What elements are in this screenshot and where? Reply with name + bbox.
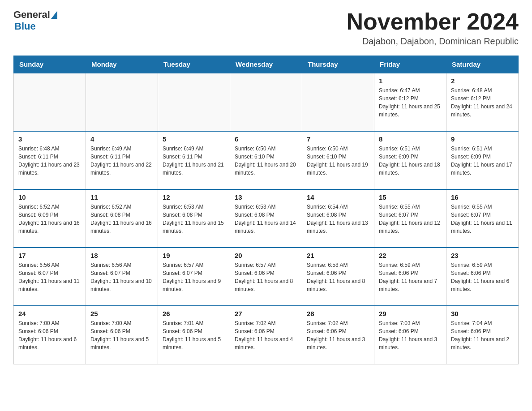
day-info: Sunrise: 6:57 AMSunset: 6:07 PMDaylight:… bbox=[163, 261, 225, 293]
col-header-saturday: Saturday bbox=[446, 56, 519, 73]
logo-triangle-icon bbox=[51, 11, 57, 19]
calendar-cell: 28Sunrise: 7:02 AMSunset: 6:06 PMDayligh… bbox=[302, 306, 374, 364]
day-number: 2 bbox=[451, 77, 514, 85]
calendar-week-2: 3Sunrise: 6:48 AMSunset: 6:11 PMDaylight… bbox=[14, 131, 519, 189]
day-info: Sunrise: 6:51 AMSunset: 6:09 PMDaylight:… bbox=[379, 145, 442, 177]
day-info: Sunrise: 6:59 AMSunset: 6:06 PMDaylight:… bbox=[451, 261, 514, 293]
calendar-cell: 18Sunrise: 6:56 AMSunset: 6:07 PMDayligh… bbox=[86, 248, 158, 306]
day-info: Sunrise: 6:52 AMSunset: 6:08 PMDaylight:… bbox=[90, 203, 153, 235]
calendar-week-5: 24Sunrise: 7:00 AMSunset: 6:06 PMDayligh… bbox=[14, 306, 519, 364]
day-number: 14 bbox=[307, 193, 369, 201]
col-header-monday: Monday bbox=[86, 56, 158, 73]
day-info: Sunrise: 7:04 AMSunset: 6:06 PMDaylight:… bbox=[451, 319, 514, 351]
col-header-tuesday: Tuesday bbox=[158, 56, 230, 73]
calendar-cell: 5Sunrise: 6:49 AMSunset: 6:11 PMDaylight… bbox=[158, 131, 230, 189]
day-info: Sunrise: 7:03 AMSunset: 6:06 PMDaylight:… bbox=[379, 319, 442, 351]
calendar-cell bbox=[14, 73, 86, 131]
day-number: 16 bbox=[451, 193, 514, 201]
day-number: 4 bbox=[90, 135, 153, 143]
day-number: 13 bbox=[235, 193, 297, 201]
day-info: Sunrise: 6:55 AMSunset: 6:07 PMDaylight:… bbox=[379, 203, 442, 235]
day-number: 24 bbox=[18, 310, 81, 317]
day-number: 28 bbox=[307, 310, 369, 317]
day-info: Sunrise: 6:50 AMSunset: 6:10 PMDaylight:… bbox=[235, 145, 297, 177]
day-info: Sunrise: 6:51 AMSunset: 6:09 PMDaylight:… bbox=[451, 145, 514, 177]
calendar-cell: 14Sunrise: 6:54 AMSunset: 6:08 PMDayligh… bbox=[302, 189, 374, 248]
calendar-cell: 30Sunrise: 7:04 AMSunset: 6:06 PMDayligh… bbox=[446, 306, 519, 364]
logo-general-text: General bbox=[13, 9, 50, 21]
calendar-cell: 3Sunrise: 6:48 AMSunset: 6:11 PMDaylight… bbox=[14, 131, 86, 189]
day-info: Sunrise: 6:48 AMSunset: 6:12 PMDaylight:… bbox=[451, 86, 514, 119]
calendar-cell: 13Sunrise: 6:53 AMSunset: 6:08 PMDayligh… bbox=[230, 189, 302, 248]
day-number: 18 bbox=[90, 252, 153, 259]
calendar-cell bbox=[230, 73, 302, 131]
calendar-header-row: SundayMondayTuesdayWednesdayThursdayFrid… bbox=[14, 56, 519, 73]
day-info: Sunrise: 6:50 AMSunset: 6:10 PMDaylight:… bbox=[307, 145, 369, 177]
day-number: 20 bbox=[235, 252, 297, 259]
calendar-cell: 2Sunrise: 6:48 AMSunset: 6:12 PMDaylight… bbox=[446, 73, 519, 131]
calendar-subtitle: Dajabon, Dajabon, Dominican Republic bbox=[347, 36, 519, 47]
day-number: 9 bbox=[451, 135, 514, 143]
day-number: 25 bbox=[90, 310, 153, 317]
day-number: 12 bbox=[163, 193, 225, 201]
logo-blue-text: Blue bbox=[14, 21, 36, 32]
day-info: Sunrise: 6:49 AMSunset: 6:11 PMDaylight:… bbox=[163, 145, 225, 177]
calendar-cell: 10Sunrise: 6:52 AMSunset: 6:09 PMDayligh… bbox=[14, 189, 86, 248]
calendar-cell: 15Sunrise: 6:55 AMSunset: 6:07 PMDayligh… bbox=[374, 189, 446, 248]
calendar-week-4: 17Sunrise: 6:56 AMSunset: 6:07 PMDayligh… bbox=[14, 248, 519, 306]
calendar-cell bbox=[86, 73, 158, 131]
day-info: Sunrise: 6:54 AMSunset: 6:08 PMDaylight:… bbox=[307, 203, 369, 235]
day-info: Sunrise: 6:53 AMSunset: 6:08 PMDaylight:… bbox=[163, 203, 225, 235]
col-header-thursday: Thursday bbox=[302, 56, 374, 73]
day-number: 10 bbox=[18, 193, 81, 201]
day-number: 22 bbox=[379, 252, 442, 259]
calendar-cell: 7Sunrise: 6:50 AMSunset: 6:10 PMDaylight… bbox=[302, 131, 374, 189]
day-number: 5 bbox=[163, 135, 225, 143]
day-number: 30 bbox=[451, 310, 514, 317]
col-header-wednesday: Wednesday bbox=[230, 56, 302, 73]
page-header: General Blue November 2024 Dajabon, Daja… bbox=[13, 9, 519, 47]
day-info: Sunrise: 7:02 AMSunset: 6:06 PMDaylight:… bbox=[235, 319, 297, 351]
calendar-cell: 16Sunrise: 6:55 AMSunset: 6:07 PMDayligh… bbox=[446, 189, 519, 248]
day-number: 27 bbox=[235, 310, 297, 317]
calendar-cell: 21Sunrise: 6:58 AMSunset: 6:06 PMDayligh… bbox=[302, 248, 374, 306]
day-info: Sunrise: 6:52 AMSunset: 6:09 PMDaylight:… bbox=[18, 203, 81, 235]
logo: General Blue bbox=[13, 9, 57, 32]
calendar-cell bbox=[158, 73, 230, 131]
calendar-cell: 23Sunrise: 6:59 AMSunset: 6:06 PMDayligh… bbox=[446, 248, 519, 306]
day-info: Sunrise: 6:49 AMSunset: 6:11 PMDaylight:… bbox=[90, 145, 153, 177]
day-number: 1 bbox=[379, 77, 442, 85]
calendar-cell: 4Sunrise: 6:49 AMSunset: 6:11 PMDaylight… bbox=[86, 131, 158, 189]
day-info: Sunrise: 7:00 AMSunset: 6:06 PMDaylight:… bbox=[90, 319, 153, 351]
day-number: 21 bbox=[307, 252, 369, 259]
day-number: 3 bbox=[18, 135, 81, 143]
calendar-week-3: 10Sunrise: 6:52 AMSunset: 6:09 PMDayligh… bbox=[14, 189, 519, 248]
day-info: Sunrise: 6:59 AMSunset: 6:06 PMDaylight:… bbox=[379, 261, 442, 293]
day-number: 7 bbox=[307, 135, 369, 143]
calendar-cell: 17Sunrise: 6:56 AMSunset: 6:07 PMDayligh… bbox=[14, 248, 86, 306]
calendar-cell: 25Sunrise: 7:00 AMSunset: 6:06 PMDayligh… bbox=[86, 306, 158, 364]
calendar-table: SundayMondayTuesdayWednesdayThursdayFrid… bbox=[13, 56, 519, 364]
calendar-cell: 12Sunrise: 6:53 AMSunset: 6:08 PMDayligh… bbox=[158, 189, 230, 248]
day-number: 19 bbox=[163, 252, 225, 259]
calendar-cell: 29Sunrise: 7:03 AMSunset: 6:06 PMDayligh… bbox=[374, 306, 446, 364]
day-info: Sunrise: 6:56 AMSunset: 6:07 PMDaylight:… bbox=[90, 261, 153, 293]
calendar-cell: 8Sunrise: 6:51 AMSunset: 6:09 PMDaylight… bbox=[374, 131, 446, 189]
day-number: 6 bbox=[235, 135, 297, 143]
day-info: Sunrise: 7:02 AMSunset: 6:06 PMDaylight:… bbox=[307, 319, 369, 351]
calendar-cell: 9Sunrise: 6:51 AMSunset: 6:09 PMDaylight… bbox=[446, 131, 519, 189]
calendar-cell: 27Sunrise: 7:02 AMSunset: 6:06 PMDayligh… bbox=[230, 306, 302, 364]
calendar-cell bbox=[302, 73, 374, 131]
day-info: Sunrise: 6:57 AMSunset: 6:06 PMDaylight:… bbox=[235, 261, 297, 293]
day-info: Sunrise: 6:48 AMSunset: 6:11 PMDaylight:… bbox=[18, 145, 81, 177]
day-info: Sunrise: 6:58 AMSunset: 6:06 PMDaylight:… bbox=[307, 261, 369, 293]
day-number: 29 bbox=[379, 310, 442, 317]
calendar-cell: 19Sunrise: 6:57 AMSunset: 6:07 PMDayligh… bbox=[158, 248, 230, 306]
calendar-cell: 11Sunrise: 6:52 AMSunset: 6:08 PMDayligh… bbox=[86, 189, 158, 248]
calendar-cell: 22Sunrise: 6:59 AMSunset: 6:06 PMDayligh… bbox=[374, 248, 446, 306]
calendar-cell: 20Sunrise: 6:57 AMSunset: 6:06 PMDayligh… bbox=[230, 248, 302, 306]
day-info: Sunrise: 6:55 AMSunset: 6:07 PMDaylight:… bbox=[451, 203, 514, 235]
day-number: 15 bbox=[379, 193, 442, 201]
day-info: Sunrise: 6:53 AMSunset: 6:08 PMDaylight:… bbox=[235, 203, 297, 235]
day-number: 26 bbox=[163, 310, 225, 317]
